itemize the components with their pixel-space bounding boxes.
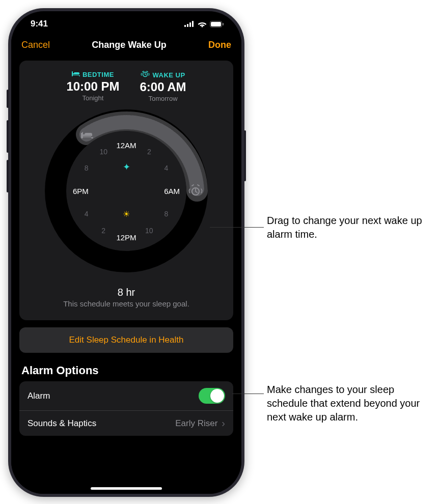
dial-label-6pm: 6PM — [73, 187, 89, 195]
chevron-right-icon: › — [222, 417, 225, 429]
dial-tick-8: 8 — [164, 210, 168, 218]
phone-screen: 9:41 Cancel Change Wake Up Done — [11, 11, 241, 494]
wakeup-sub: Tomorrow — [140, 95, 186, 102]
notch — [83, 11, 170, 29]
dial-tick-2: 2 — [147, 148, 151, 156]
dial-label-12pm: 12PM — [116, 233, 136, 242]
dial-tick-4: 4 — [164, 164, 168, 172]
volume-up-button — [7, 120, 9, 153]
bedtime-column: BEDTIME 10:00 PM Tonight — [66, 71, 119, 102]
svg-rect-5 — [211, 22, 221, 26]
bed-icon — [72, 71, 80, 78]
nav-bar: Cancel Change Wake Up Done — [11, 37, 241, 57]
svg-rect-2 — [189, 22, 191, 27]
edit-sleep-schedule-button[interactable]: Edit Sleep Schedule in Health — [19, 327, 233, 353]
side-button — [244, 130, 246, 181]
sounds-value: Early Riser — [175, 418, 217, 429]
alarm-icon — [141, 71, 150, 79]
alarm-row-label: Alarm — [28, 391, 50, 401]
callout-line-1 — [210, 227, 264, 228]
alarm-options-list: Alarm Sounds & Haptics Early Riser › — [19, 381, 233, 436]
dial-label-6am: 6AM — [164, 187, 180, 195]
home-indicator[interactable] — [91, 487, 162, 490]
alarm-options-header: Alarm Options — [21, 364, 231, 377]
mute-switch — [7, 90, 9, 108]
wakeup-label: WAKE UP — [140, 71, 186, 79]
page-title: Change Wake Up — [92, 40, 166, 50]
cancel-button[interactable]: Cancel — [21, 40, 50, 50]
dial-tick-10b: 10 — [99, 148, 107, 156]
dial-tick-4b: 4 — [85, 210, 89, 218]
sun-icon: ☀ — [123, 209, 130, 218]
svg-rect-3 — [192, 21, 194, 27]
svg-rect-0 — [184, 25, 186, 27]
bedtime-handle[interactable] — [80, 128, 94, 142]
wakeup-time: 6:00 AM — [140, 80, 186, 94]
schedule-card: BEDTIME 10:00 PM Tonight WAKE UP 6:00 AM — [19, 61, 233, 320]
svg-rect-1 — [187, 24, 188, 27]
dial-tick-8b: 8 — [85, 164, 89, 172]
sounds-haptics-row[interactable]: Sounds & Haptics Early Riser › — [19, 411, 233, 436]
done-button[interactable]: Done — [208, 40, 231, 50]
sleep-duration-note: This schedule meets your sleep goal. — [28, 299, 225, 308]
callout-wakeup-handle: Drag to change your next wake up alarm t… — [267, 214, 435, 241]
dial-tick-2b: 2 — [101, 227, 105, 235]
sleep-duration: 8 hr — [28, 287, 225, 298]
status-icons — [184, 21, 224, 27]
phone-frame: 9:41 Cancel Change Wake Up Done — [8, 8, 244, 497]
wakeup-label-text: WAKE UP — [152, 71, 185, 79]
wakeup-handle[interactable] — [188, 183, 203, 199]
callout-edit-schedule: Make changes to your sleep schedule that… — [267, 383, 435, 424]
sleep-dial[interactable]: ✦ ☀ 12AM 12PM 6PM 6AM 2 4 8 10 2 4 8 10 — [45, 109, 208, 272]
bedtime-label: BEDTIME — [66, 71, 119, 78]
svg-rect-6 — [223, 23, 224, 25]
alarm-toggle[interactable] — [199, 388, 225, 404]
sparkle-icon: ✦ — [123, 161, 130, 173]
dial-tick-10: 10 — [145, 227, 153, 235]
dial-label-12am: 12AM — [116, 141, 136, 150]
alarm-toggle-row[interactable]: Alarm — [19, 381, 233, 411]
bedtime-label-text: BEDTIME — [83, 71, 114, 78]
bedtime-sub: Tonight — [66, 94, 119, 102]
callout-line-2 — [232, 394, 264, 394]
sounds-row-label: Sounds & Haptics — [28, 418, 96, 429]
times-row: BEDTIME 10:00 PM Tonight WAKE UP 6:00 AM — [28, 71, 225, 102]
wifi-icon — [198, 21, 207, 27]
wakeup-column: WAKE UP 6:00 AM Tomorrow — [140, 71, 186, 102]
cellular-icon — [184, 21, 195, 27]
battery-icon — [210, 21, 224, 27]
volume-down-button — [7, 160, 9, 192]
status-time: 9:41 — [31, 19, 48, 29]
sounds-row-value-wrap: Early Riser › — [175, 417, 225, 429]
bedtime-time: 10:00 PM — [66, 79, 119, 94]
app-screen: Cancel Change Wake Up Done BEDTIME 10:00… — [11, 37, 241, 494]
